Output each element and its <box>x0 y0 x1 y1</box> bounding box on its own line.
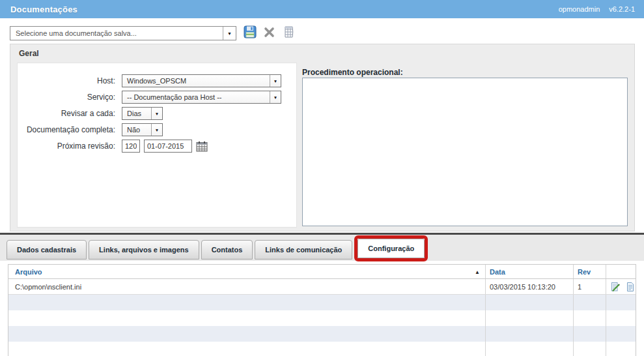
calendar-icon[interactable] <box>196 141 208 152</box>
tab-dados-cadastrais[interactable]: Dados cadastrais <box>7 240 87 260</box>
tab-configuracao[interactable]: Configuração <box>357 239 425 258</box>
service-row: Serviço: -- Documentação para Host -- ▼ <box>18 91 296 104</box>
complete-doc-row: Documentação completa: Não ▼ <box>18 123 296 136</box>
red-highlight-annotation: Configuração <box>354 235 428 261</box>
delete-x-icon <box>263 26 275 41</box>
column-header-data[interactable]: Data <box>486 265 574 278</box>
procedure-label: Procedimento operacional: <box>302 68 403 77</box>
general-form: Host: Windows_OPSCM ▼ Serviço: -- Docume… <box>17 63 297 228</box>
tab-links-arquivos-imagens[interactable]: Links, arquivos e imagens <box>89 240 199 260</box>
delete-button[interactable] <box>262 27 276 40</box>
service-select-value: -- Documentação para Host -- <box>122 93 270 101</box>
complete-doc-select-value: Não <box>122 126 151 134</box>
cell-rev: 1 <box>574 279 606 294</box>
tab-links-comunicacao[interactable]: Links de comunicação <box>255 240 352 260</box>
host-select[interactable]: Windows_OPSCM ▼ <box>122 74 281 87</box>
chevron-down-icon[interactable]: ▼ <box>270 75 281 87</box>
saved-documentation-select[interactable]: Selecione uma documentação salva... ▼ <box>10 26 236 40</box>
toolbar-icons <box>243 27 296 40</box>
chevron-down-icon[interactable]: ▼ <box>151 108 162 119</box>
empty-table-row <box>8 326 636 342</box>
procedure-textarea[interactable] <box>302 78 628 226</box>
next-review-label: Próxima revisão: <box>18 141 115 151</box>
column-header-arquivo[interactable]: Arquivo ▲ <box>8 265 486 278</box>
next-review-row: Próxima revisão: <box>18 140 296 153</box>
review-every-select-value: Dias <box>122 110 151 117</box>
table-row[interactable]: C:\opmon\nsclient.ini 03/03/2015 10:13:2… <box>8 279 636 295</box>
host-label: Host: <box>18 76 115 85</box>
review-interval-input[interactable] <box>122 140 140 153</box>
column-header-actions <box>606 265 636 278</box>
chevron-down-icon[interactable]: ▼ <box>270 91 281 103</box>
app-version: v6.2.2-1 <box>609 5 635 13</box>
chevron-down-icon[interactable]: ▼ <box>151 124 162 136</box>
view-document-icon[interactable] <box>625 282 636 292</box>
save-button[interactable] <box>243 27 257 40</box>
configuration-files-table: Arquivo ▲ Data Rev C:\opmon\nsclient.ini… <box>8 264 636 356</box>
next-review-date-input[interactable] <box>144 140 192 153</box>
header-meta: opmonadmin v6.2.2-1 <box>559 5 635 13</box>
complete-doc-select[interactable]: Não ▼ <box>122 123 163 136</box>
cell-actions <box>606 279 636 294</box>
documentations-page: Documentações opmonadmin v6.2.2-1 Seleci… <box>0 0 644 356</box>
empty-table-row <box>8 310 636 326</box>
saved-documentation-select-value: Selecione uma documentação salva... <box>10 29 223 37</box>
cell-data: 03/03/2015 10:13:20 <box>486 279 574 294</box>
column-header-rev[interactable]: Rev <box>574 265 606 278</box>
page-title: Documentações <box>10 5 77 14</box>
review-every-select[interactable]: Dias ▼ <box>122 107 163 120</box>
logged-user: opmonadmin <box>559 5 600 13</box>
report-button[interactable] <box>282 27 296 40</box>
chevron-down-icon[interactable]: ▼ <box>223 27 236 40</box>
review-every-label: Revisar a cada: <box>18 109 115 118</box>
host-select-value: Windows_OPSCM <box>122 77 270 85</box>
service-select[interactable]: -- Documentação para Host -- ▼ <box>122 91 281 104</box>
table-header-row: Arquivo ▲ Data Rev <box>8 265 636 279</box>
app-header: Documentações opmonadmin v6.2.2-1 <box>0 0 644 18</box>
cell-arquivo: C:\opmon\nsclient.ini <box>8 279 486 294</box>
host-row: Host: Windows_OPSCM ▼ <box>18 74 296 87</box>
edit-icon[interactable] <box>610 282 621 292</box>
service-label: Serviço: <box>18 93 115 102</box>
empty-table-row <box>8 295 636 310</box>
tab-strip: Dados cadastrais Links, arquivos e image… <box>0 233 644 261</box>
toolbar: Selecione uma documentação salva... ▼ <box>10 26 296 40</box>
report-icon <box>283 25 296 41</box>
complete-doc-label: Documentação completa: <box>18 125 115 134</box>
general-section-title: Geral <box>19 49 39 58</box>
save-icon <box>244 25 257 41</box>
general-section: Geral Host: Windows_OPSCM ▼ Serviço: -- … <box>10 44 635 231</box>
tab-contatos[interactable]: Contatos <box>201 240 253 260</box>
empty-table-row <box>8 342 636 356</box>
review-every-row: Revisar a cada: Dias ▼ <box>18 107 296 120</box>
sort-asc-icon[interactable]: ▲ <box>475 269 480 274</box>
